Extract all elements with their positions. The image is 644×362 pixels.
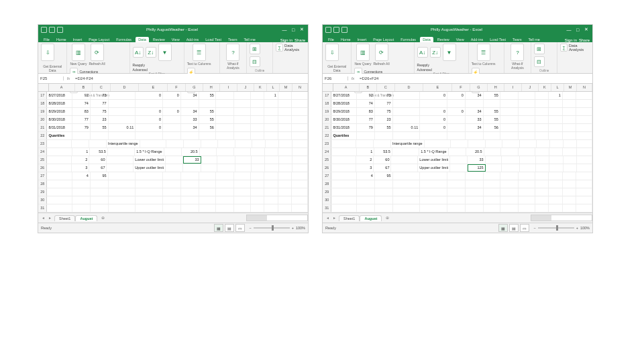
cell[interactable]: 0 [420,116,447,123]
row-header[interactable]: 31 [323,204,331,212]
cell[interactable] [265,148,278,156]
cell[interactable] [234,100,251,107]
sort-desc-icon[interactable]: Z↓ [146,47,156,58]
cell[interactable] [484,148,501,156]
cell[interactable] [72,204,91,212]
cell[interactable]: 0.11 [393,124,421,131]
tab-file[interactable]: File [325,37,337,42]
col-header-C[interactable]: C [377,84,394,91]
tab-formulas[interactable]: Formulas [113,37,134,42]
sheet-tab-sheet1[interactable]: Sheet1 [339,215,360,221]
cell[interactable]: 67 [89,164,107,172]
cell[interactable] [234,124,251,131]
cell[interactable] [447,100,466,107]
cell[interactable] [331,156,356,164]
cell[interactable] [577,164,592,172]
cell[interactable] [234,132,251,139]
cell[interactable] [576,100,592,107]
zoom-slider[interactable] [538,227,574,229]
row-header[interactable]: 31 [38,204,47,212]
cell[interactable] [292,92,308,99]
cell[interactable] [484,100,500,107]
col-header-E[interactable]: E [139,84,168,91]
cell[interactable]: Interquartile range [391,140,425,147]
cell[interactable] [393,116,421,123]
cell[interactable]: 0 [420,124,447,131]
scrollbar-thumb[interactable] [247,215,267,221]
cell[interactable] [357,196,375,204]
cell[interactable] [264,180,278,188]
cell[interactable] [549,156,563,164]
cell[interactable]: 8/29/2018 [331,108,357,115]
cell[interactable]: 55 [375,124,393,131]
row-header[interactable]: 22 [38,132,47,139]
cell[interactable]: 1 [264,92,278,99]
col-header-A[interactable]: A [333,84,360,91]
cell[interactable] [447,180,466,188]
cell[interactable]: 33 [181,116,199,123]
refresh-all-icon[interactable]: ⟳ [375,44,388,61]
cell[interactable] [235,164,252,172]
table-row[interactable]: 218/31/201879550.1103456 [38,124,308,132]
col-header-L[interactable]: L [267,84,280,91]
cell[interactable] [393,188,421,196]
cell[interactable] [264,116,278,123]
cell[interactable] [393,204,421,212]
cell[interactable] [181,188,199,196]
table-row[interactable]: 218/31/201879550.1103456 [323,124,592,132]
cell[interactable] [537,140,550,147]
cell[interactable] [47,204,72,212]
tab-add-ins[interactable]: Add-ins [184,37,202,42]
cell[interactable] [292,172,308,180]
cell[interactable] [500,132,519,139]
cell[interactable] [108,148,135,156]
cell[interactable] [199,132,216,139]
cell[interactable]: 77 [357,116,375,123]
cell[interactable] [163,188,181,196]
sort-asc-icon[interactable]: A↓ [417,47,428,58]
cell[interactable] [234,116,251,123]
tab-insert[interactable]: Insert [70,37,85,42]
cell[interactable] [264,172,278,180]
cell[interactable] [266,140,279,147]
cell[interactable] [519,180,535,188]
cell[interactable]: 1.5 * I-Q Range [135,148,164,156]
row-header[interactable]: 23 [323,140,331,147]
get-external-data-icon[interactable]: ⇩ [41,44,54,61]
cell[interactable] [449,148,467,156]
cell[interactable] [251,108,265,115]
cell[interactable] [563,204,577,212]
cell[interactable] [331,148,356,156]
cell[interactable]: 23 [91,116,109,123]
cell[interactable] [216,132,234,139]
row-header[interactable]: 28 [38,180,47,188]
cell[interactable] [218,140,235,147]
cell[interactable] [278,92,292,99]
cell[interactable] [535,180,549,188]
tab-formulas[interactable]: Formulas [398,37,419,42]
cell[interactable]: 34 [181,124,199,131]
cell[interactable] [251,204,265,212]
tab-data[interactable]: Data [136,37,149,42]
cell[interactable] [217,164,235,172]
cell[interactable] [535,92,549,99]
cell[interactable] [576,92,592,99]
cell[interactable] [292,116,308,123]
cell[interactable] [331,140,356,147]
cell[interactable] [331,196,357,204]
cell[interactable]: 4 [357,172,375,180]
table-row[interactable]: 24153.51.5 * I-Q Range20.5 [323,148,592,156]
cell[interactable]: 74 [357,100,375,107]
cell[interactable]: 55 [484,116,500,123]
cell[interactable]: 8/30/2018 [331,116,357,123]
cell[interactable] [331,164,356,172]
cell[interactable] [47,196,72,204]
cell[interactable] [393,132,421,139]
cell[interactable] [251,124,265,131]
cell[interactable] [563,188,577,196]
cell[interactable] [519,108,535,115]
cell[interactable] [519,188,535,196]
cell[interactable] [278,116,292,123]
cell[interactable] [265,164,278,172]
cell[interactable] [392,148,419,156]
